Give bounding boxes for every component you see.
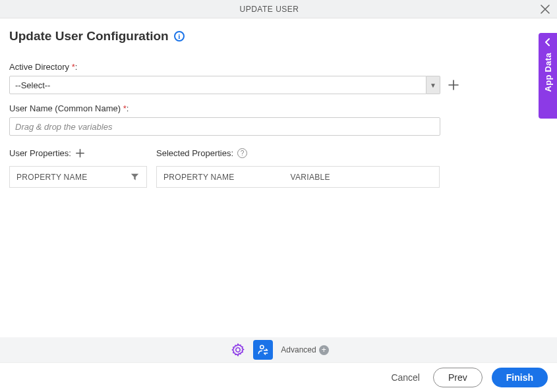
svg-point-0 bbox=[260, 345, 264, 349]
page-title-row: Update User Configuration i bbox=[9, 29, 548, 43]
page-title: Update User Configuration bbox=[9, 29, 169, 43]
active-directory-select[interactable]: ▼ bbox=[9, 76, 440, 94]
active-directory-label: Active Directory *: bbox=[9, 62, 548, 72]
selected-properties-col-variable: VARIABLE bbox=[284, 173, 439, 182]
help-icon[interactable]: ? bbox=[237, 148, 247, 158]
filter-icon[interactable] bbox=[131, 173, 140, 182]
gear-icon[interactable] bbox=[228, 340, 248, 360]
selected-properties-title-row: Selected Properties: ? bbox=[156, 146, 440, 159]
user-properties-table-head: PROPERTY NAME bbox=[9, 166, 147, 188]
user-properties-col-name: PROPERTY NAME bbox=[10, 173, 146, 182]
selected-properties-table-head: PROPERTY NAME VARIABLE bbox=[156, 166, 440, 188]
properties-section: User Properties: PROPERTY NAME Selected … bbox=[9, 146, 548, 188]
prev-button[interactable]: Prev bbox=[433, 368, 483, 387]
add-directory-icon[interactable] bbox=[447, 78, 460, 92]
selected-properties-title: Selected Properties: bbox=[156, 148, 233, 158]
user-name-row bbox=[9, 117, 548, 136]
app-data-drawer-tab[interactable]: App Data bbox=[539, 33, 557, 119]
modal-header: UPDATE USER bbox=[0, 0, 557, 18]
cancel-button[interactable]: Cancel bbox=[387, 372, 424, 383]
app-data-label: App Data bbox=[543, 53, 553, 92]
active-directory-row: ▼ bbox=[9, 76, 548, 94]
footer: Cancel Prev Finish bbox=[0, 362, 557, 392]
chevron-left-icon bbox=[544, 38, 551, 46]
content-area: Update User Configuration i Active Direc… bbox=[0, 18, 557, 188]
close-icon[interactable] bbox=[539, 3, 552, 16]
info-icon[interactable]: i bbox=[174, 31, 185, 42]
selected-properties-panel: Selected Properties: ? PROPERTY NAME VAR… bbox=[156, 146, 440, 188]
user-properties-title: User Properties: bbox=[9, 148, 71, 158]
user-name-label: User Name (Common Name) *: bbox=[9, 103, 548, 113]
selected-properties-col-name: PROPERTY NAME bbox=[157, 173, 284, 182]
chevron-down-icon[interactable]: ▼ bbox=[426, 76, 440, 94]
user-name-input[interactable] bbox=[9, 117, 440, 136]
bottom-toolbar: Advanced + bbox=[0, 337, 557, 362]
user-properties-title-row: User Properties: bbox=[9, 146, 147, 159]
plus-circle-icon: + bbox=[319, 345, 329, 355]
modal-title: UPDATE USER bbox=[0, 5, 539, 14]
user-config-icon[interactable] bbox=[253, 340, 273, 360]
advanced-toggle[interactable]: Advanced + bbox=[281, 345, 328, 355]
user-properties-panel: User Properties: PROPERTY NAME bbox=[9, 146, 147, 188]
active-directory-select-value[interactable] bbox=[9, 76, 426, 94]
finish-button[interactable]: Finish bbox=[492, 368, 548, 387]
add-property-icon[interactable] bbox=[75, 148, 86, 158]
